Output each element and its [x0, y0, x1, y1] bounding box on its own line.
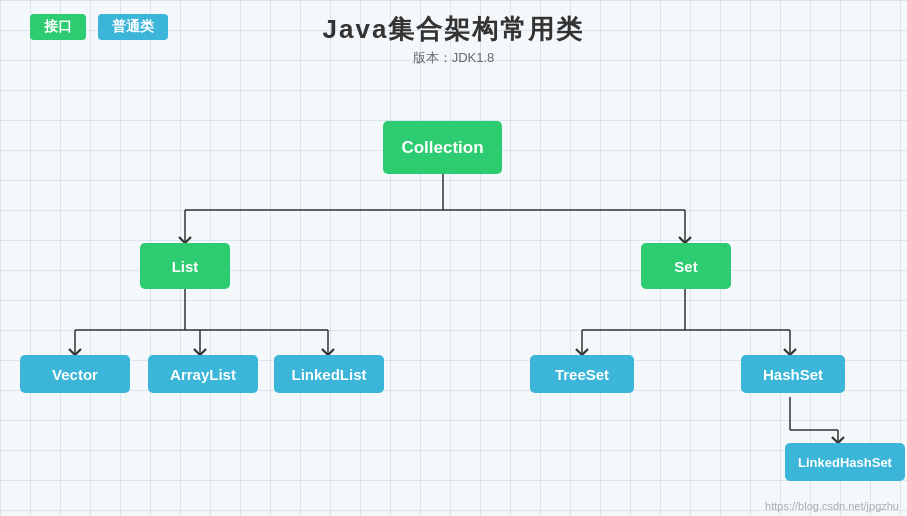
connection-lines — [0, 0, 907, 516]
list-node: List — [140, 243, 230, 289]
treeset-node: TreeSet — [530, 355, 634, 393]
vector-node: Vector — [20, 355, 130, 393]
set-node: Set — [641, 243, 731, 289]
watermark: https://blog.csdn.net/jpgzhu — [765, 500, 899, 512]
legend-interface: 接口 — [30, 14, 86, 40]
hashset-node: HashSet — [741, 355, 845, 393]
legend: 接口 普通类 — [30, 14, 168, 40]
collection-node: Collection — [383, 121, 502, 174]
legend-class: 普通类 — [98, 14, 168, 40]
linkedlist-node: LinkedList — [274, 355, 384, 393]
linkedhashset-node: LinkedHashSet — [785, 443, 905, 481]
arraylist-node: ArrayList — [148, 355, 258, 393]
subtitle: 版本：JDK1.8 — [0, 49, 907, 67]
